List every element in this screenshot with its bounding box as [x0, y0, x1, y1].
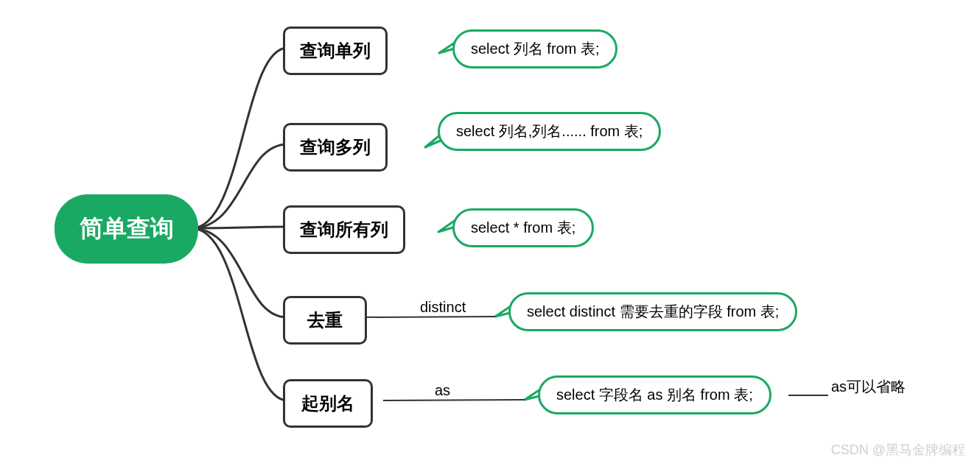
- topic-label: 起别名: [301, 392, 354, 415]
- topic-label: 去重: [307, 308, 343, 332]
- root-label: 简单查询: [80, 213, 174, 245]
- bubble-distinct[interactable]: select distinct 需要去重的字段 from 表;: [508, 292, 797, 331]
- edge-label-as: as: [435, 382, 450, 399]
- bubble-query-all-columns[interactable]: select * from 表;: [452, 208, 594, 247]
- topic-label: 查询单列: [300, 39, 371, 63]
- bubble-text: select * from 表;: [471, 218, 575, 238]
- bubble-query-single-column[interactable]: select 列名 from 表;: [452, 29, 617, 68]
- topic-node-alias[interactable]: 起别名: [283, 379, 373, 428]
- bubble-query-multi-column[interactable]: select 列名,列名...... from 表;: [438, 112, 661, 151]
- trailing-label-as-optional: as可以省略: [831, 377, 906, 397]
- topic-node-distinct[interactable]: 去重: [283, 296, 367, 345]
- bubble-text: select 列名,列名...... from 表;: [456, 121, 643, 141]
- mindmap-canvas: 简单查询 查询单列 select 列名 from 表; 查询多列 select …: [0, 0, 980, 466]
- bubble-alias[interactable]: select 字段名 as 别名 from 表;: [538, 375, 771, 414]
- watermark: CSDN @黑马金牌编程: [831, 441, 965, 459]
- topic-node-query-single-column[interactable]: 查询单列: [283, 27, 388, 75]
- root-node[interactable]: 简单查询: [55, 194, 198, 264]
- svg-line-6: [383, 400, 525, 400]
- topic-label: 查询所有列: [300, 218, 388, 241]
- edge-label-distinct: distinct: [420, 299, 466, 316]
- bubble-text: select 字段名 as 别名 from 表;: [556, 385, 753, 405]
- topic-label: 查询多列: [300, 135, 371, 159]
- topic-node-query-multi-column[interactable]: 查询多列: [283, 123, 388, 172]
- topic-node-query-all-columns[interactable]: 查询所有列: [283, 205, 405, 254]
- bubble-text: select distinct 需要去重的字段 from 表;: [527, 302, 779, 322]
- bubble-text: select 列名 from 表;: [471, 39, 599, 59]
- svg-line-5: [358, 317, 495, 317]
